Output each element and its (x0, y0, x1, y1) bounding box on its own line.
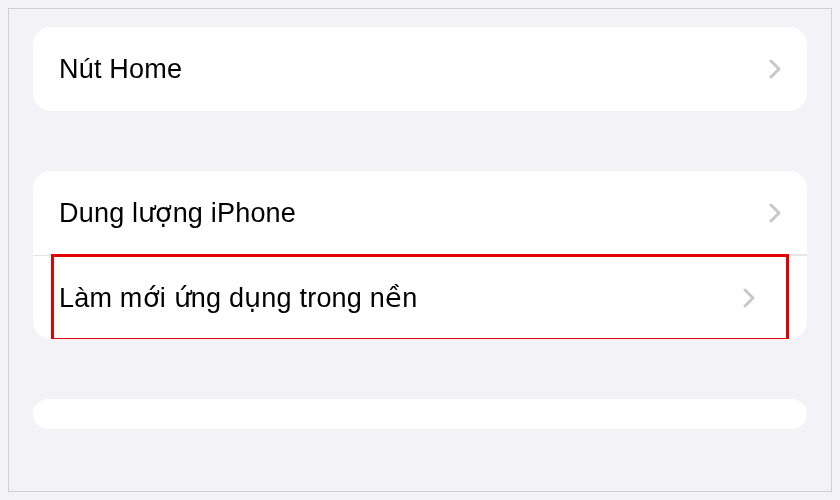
settings-row-label: Dung lượng iPhone (59, 197, 296, 229)
settings-row-label: Nút Home (59, 54, 182, 85)
chevron-right-icon (769, 203, 781, 223)
chevron-right-icon (743, 288, 755, 308)
settings-row-background-app-refresh[interactable]: Làm mới ứng dụng trong nền (33, 255, 807, 339)
settings-frame: Nút Home Dung lượng iPhone Làm mới ứng d… (8, 8, 832, 492)
settings-row-iphone-storage[interactable]: Dung lượng iPhone (33, 171, 807, 255)
settings-group-3-partial (33, 399, 807, 429)
settings-group-2: Dung lượng iPhone Làm mới ứng dụng trong… (33, 171, 807, 339)
settings-row-home-button[interactable]: Nút Home (33, 27, 807, 111)
settings-row-label: Làm mới ứng dụng trong nền (59, 282, 443, 314)
chevron-right-icon (769, 59, 781, 79)
settings-group-1: Nút Home (33, 27, 807, 111)
